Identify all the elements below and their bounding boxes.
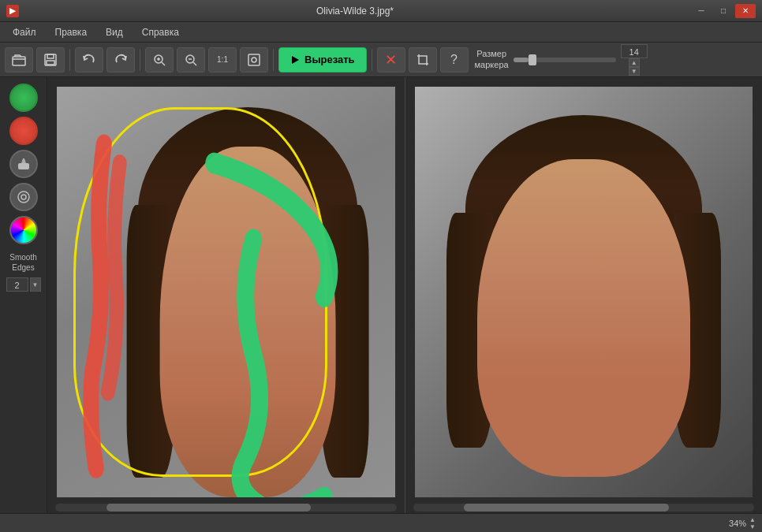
zoom-fit-button[interactable] — [240, 47, 268, 73]
zoom-stepper[interactable]: ▲ ▼ — [749, 516, 756, 530]
title-bar: ▶ Olivia-Wilde 3.jpg* ─ □ ✕ — [0, 0, 762, 22]
crop-button[interactable] — [409, 47, 437, 73]
app-icon: ▶ — [6, 5, 19, 17]
face-representation — [138, 107, 358, 497]
source-image — [57, 87, 395, 497]
marker-down-arrow[interactable]: ▼ — [629, 67, 640, 76]
right-canvas-panel[interactable] — [405, 77, 763, 513]
cursor-tool[interactable] — [9, 183, 38, 211]
help-button[interactable]: ? — [440, 47, 469, 73]
left-horizontal-scrollbar[interactable] — [55, 504, 397, 512]
marker-slider-fill — [514, 58, 529, 62]
marker-slider-thumb[interactable] — [529, 54, 536, 65]
marker-size-label: Размермаркера — [475, 49, 509, 69]
smooth-value-area: 2 ▼ — [6, 277, 41, 292]
svg-line-9 — [193, 62, 196, 65]
result-skin — [477, 159, 690, 477]
svg-rect-14 — [18, 163, 29, 169]
execute-button[interactable]: Вырезать — [278, 47, 367, 73]
undo-button[interactable] — [75, 47, 103, 73]
svg-point-12 — [252, 58, 256, 62]
menu-file[interactable]: Файл — [3, 24, 46, 41]
smooth-edges-label: SmoothEdges — [9, 252, 36, 273]
svg-point-16 — [18, 192, 29, 203]
menu-view[interactable]: Вид — [96, 24, 133, 41]
window-controls: ─ □ ✕ — [691, 4, 756, 18]
color-tool[interactable] — [9, 216, 38, 244]
svg-line-5 — [162, 62, 165, 65]
svg-marker-13 — [292, 56, 299, 64]
close-button[interactable]: ✕ — [735, 4, 756, 18]
marker-size-area: Размермаркера 14 ▲ ▼ — [475, 44, 648, 76]
svg-rect-11 — [248, 54, 260, 65]
right-horizontal-scrollbar[interactable] — [413, 504, 755, 512]
marker-arrows: ▲ ▼ — [629, 58, 640, 76]
right-scroll-thumb[interactable] — [464, 504, 669, 512]
smooth-value-input[interactable]: 2 — [6, 277, 28, 292]
green-marker-tool[interactable] — [9, 84, 38, 112]
face-skin — [160, 147, 336, 497]
smooth-arrow[interactable]: ▼ — [30, 277, 41, 292]
window-title: Olivia-Wilde 3.jpg* — [19, 6, 691, 17]
toolbar-separator-3 — [273, 49, 274, 71]
eraser-tool[interactable] — [9, 150, 38, 178]
zoom-level: 34% — [729, 519, 746, 528]
cancel-button[interactable]: ✕ — [377, 47, 405, 73]
svg-rect-2 — [47, 54, 54, 58]
zoom-out-button[interactable] — [177, 47, 205, 73]
menu-edit[interactable]: Правка — [46, 24, 97, 41]
marker-slider[interactable] — [514, 58, 616, 62]
maximize-button[interactable]: □ — [713, 4, 734, 18]
open-button[interactable] — [5, 47, 33, 73]
menu-bar: Файл Правка Вид Справка — [0, 22, 762, 43]
zoom-in-button[interactable] — [145, 47, 174, 73]
zoom-100-button[interactable]: 1:1 — [208, 47, 237, 73]
toolbar-separator-2 — [140, 49, 140, 71]
menu-help[interactable]: Справка — [133, 24, 189, 41]
marker-slider-wrap — [514, 58, 616, 62]
save-button[interactable] — [36, 47, 65, 73]
toolbar: 1:1 Вырезать ✕ ? Размермаркера 14 ▲ ▼ — [0, 43, 762, 77]
execute-label: Вырезать — [304, 54, 355, 65]
canvas-area — [47, 77, 762, 513]
left-canvas-panel[interactable] — [47, 77, 405, 513]
svg-rect-0 — [13, 57, 25, 65]
toolbar-separator-4 — [372, 49, 372, 71]
svg-point-17 — [21, 195, 26, 199]
main-area: SmoothEdges 2 ▼ — [0, 77, 762, 513]
result-face — [465, 115, 702, 476]
status-bar: 34% ▲ ▼ — [0, 513, 762, 532]
red-marker-tool[interactable] — [9, 117, 38, 145]
svg-marker-15 — [21, 158, 26, 163]
sidebar: SmoothEdges 2 ▼ — [0, 77, 47, 513]
minimize-button[interactable]: ─ — [691, 4, 712, 18]
result-image — [415, 87, 753, 497]
marker-value-box: 14 ▲ ▼ — [621, 44, 648, 76]
toolbar-separator-1 — [69, 49, 70, 71]
marker-value-input[interactable]: 14 — [621, 44, 648, 58]
left-scroll-thumb[interactable] — [106, 504, 312, 512]
svg-rect-3 — [47, 61, 54, 65]
redo-button[interactable] — [106, 47, 135, 73]
marker-up-arrow[interactable]: ▲ — [629, 58, 640, 67]
